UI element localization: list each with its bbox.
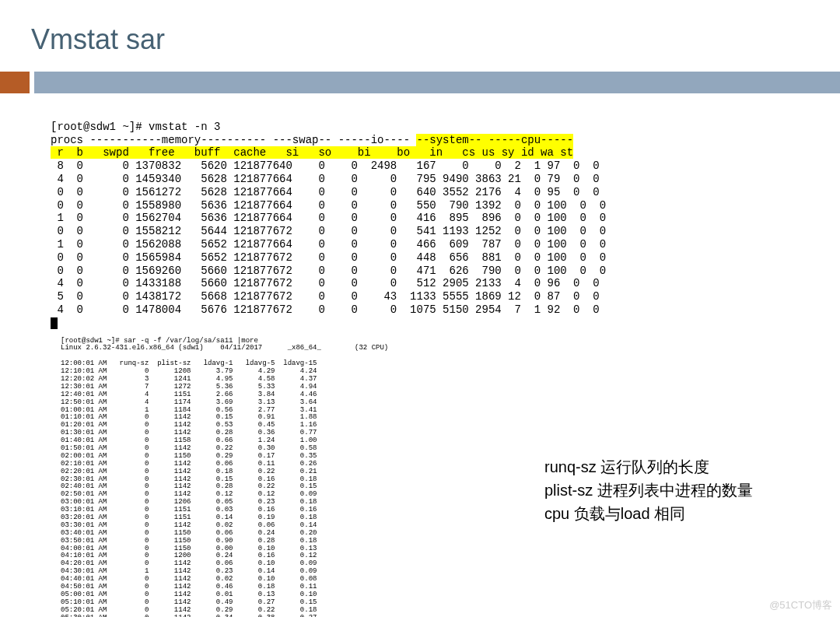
vmstat-row: 4 0 0 1478004 5676 121877672 0 0 0 1075 … <box>51 303 600 316</box>
vmstat-row: 1 0 0 1562088 5652 121877664 0 0 0 466 6… <box>51 238 606 251</box>
vmstat-row: 0 0 0 1565984 5652 121877672 0 0 0 448 6… <box>51 251 606 264</box>
vmstat-row: 0 0 0 1558980 5636 121877664 0 0 0 550 7… <box>51 199 606 212</box>
vmstat-row: 1 0 0 1562704 5636 121877664 0 0 0 416 8… <box>51 212 606 224</box>
sar-row: 05:30:01 AM 0 1142 0.34 0.38 0.27 <box>61 615 840 617</box>
vmstat-hdr2-a: r b swpd free buff cache si so bi bo <box>51 146 429 159</box>
vmstat-hdr-system: --system-- <box>416 134 481 146</box>
vmstat-hdr2-c: us sy id wa st <box>475 146 573 159</box>
watermark: @51CTO博客 <box>769 598 832 612</box>
vmstat-row: 4 0 0 1433188 5660 121877672 0 0 0 512 2… <box>51 277 600 289</box>
divider-bar <box>0 72 840 93</box>
slide: Vmstat sar [root@sdw1 ~]# vmstat -n 3 pr… <box>0 0 840 617</box>
annotation-box: runq-sz 运行队列的长度 plist-sz 进程列表中进程的数量 cpu … <box>544 455 753 525</box>
vmstat-hdr1-a: procs -----------memory---------- ---swa… <box>51 134 416 146</box>
vmstat-output: [root@sdw1 ~]# vmstat -n 3 procs -------… <box>51 107 840 330</box>
vmstat-row: 0 0 0 1569260 5660 121877672 0 0 0 471 6… <box>51 265 606 277</box>
vmstat-hdr-cpu: -----cpu----- <box>482 134 574 146</box>
page-title: Vmstat sar <box>31 23 840 56</box>
annot-cpu: cpu 负载与load 相同 <box>544 502 753 525</box>
vmstat-row: 8 0 0 1370832 5620 121877640 0 0 2498 16… <box>51 160 600 172</box>
vmstat-row: 0 0 0 1561272 5628 121877664 0 0 0 640 3… <box>51 186 600 198</box>
annot-runq: runq-sz 运行队列的长度 <box>544 455 753 479</box>
vmstat-row: 5 0 0 1438172 5668 121877672 0 0 43 1133… <box>51 290 600 303</box>
vmstat-prompt: [root@sdw1 ~]# vmstat -n 3 <box>51 121 220 133</box>
cursor-icon <box>51 317 58 329</box>
vmstat-hdr2-b: in cs <box>429 146 475 159</box>
title-area: Vmstat sar <box>0 0 840 56</box>
vmstat-row: 0 0 0 1558212 5644 121877672 0 0 0 541 1… <box>51 225 606 237</box>
header-bar <box>34 72 840 93</box>
sar-kernel: Linux 2.6.32-431.el6.x86_64 (sdw1) 04/11… <box>61 345 840 352</box>
vmstat-row: 4 0 0 1459340 5628 121877664 0 0 0 795 9… <box>51 173 600 185</box>
annot-plist: plist-sz 进程列表中进程的数量 <box>544 479 753 502</box>
accent-box <box>0 72 30 93</box>
